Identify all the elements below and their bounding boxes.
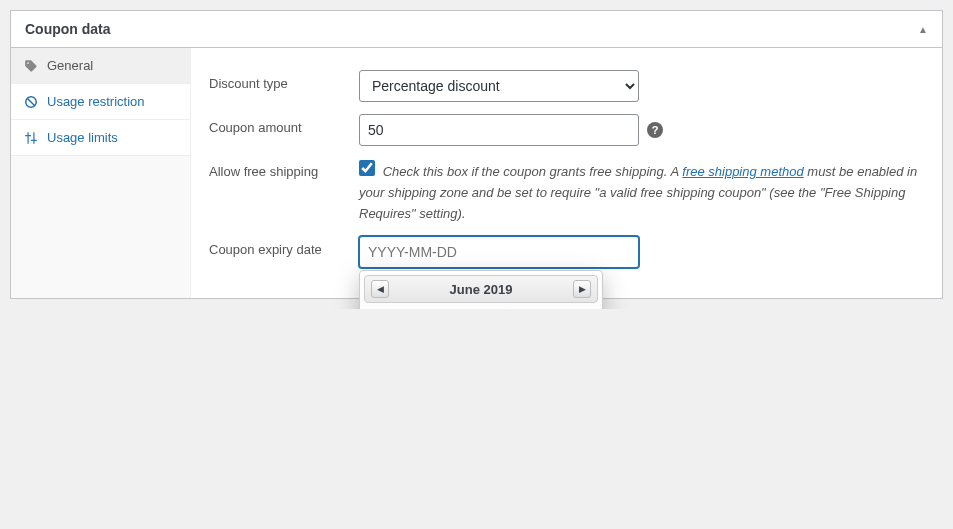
prev-month-button[interactable]: ◀ bbox=[371, 280, 389, 298]
tabs-sidebar: General Usage restriction Usage limits bbox=[11, 48, 191, 298]
tab-label: Usage restriction bbox=[47, 94, 145, 109]
free-shipping-description: Check this box if the coupon grants free… bbox=[359, 158, 919, 224]
block-icon bbox=[23, 95, 39, 109]
datepicker-popup: ◀ June 2019 ▶ MTWTFSS 123456789101112131… bbox=[359, 270, 603, 309]
calendar-grid: MTWTFSS 12345678910111213141516171819202… bbox=[364, 307, 598, 309]
desc-text-prefix: Check this box if the coupon grants free… bbox=[383, 164, 683, 179]
discount-type-select[interactable]: Percentage discount bbox=[359, 70, 639, 102]
panel-body: General Usage restriction Usage limits D… bbox=[11, 48, 942, 298]
row-free-shipping: Allow free shipping Check this box if th… bbox=[209, 158, 924, 224]
panel-title: Coupon data bbox=[25, 21, 111, 37]
label-coupon-amount: Coupon amount bbox=[209, 114, 359, 135]
collapse-toggle-icon[interactable]: ▲ bbox=[918, 24, 928, 35]
form-area: Discount type Percentage discount Coupon… bbox=[191, 48, 942, 298]
svg-line-1 bbox=[27, 98, 35, 106]
next-month-button[interactable]: ▶ bbox=[573, 280, 591, 298]
label-free-shipping: Allow free shipping bbox=[209, 158, 359, 179]
datepicker-header: ◀ June 2019 ▶ bbox=[364, 275, 598, 303]
expiry-date-input[interactable] bbox=[359, 236, 639, 268]
tab-general[interactable]: General bbox=[11, 48, 190, 84]
adjust-icon bbox=[23, 131, 39, 145]
tag-icon bbox=[23, 59, 39, 73]
tab-label: General bbox=[47, 58, 93, 73]
help-icon[interactable]: ? bbox=[647, 122, 663, 138]
label-expiry-date: Coupon expiry date bbox=[209, 236, 359, 257]
tab-usage-restriction[interactable]: Usage restriction bbox=[11, 84, 190, 120]
tab-label: Usage limits bbox=[47, 130, 118, 145]
row-expiry-date: Coupon expiry date ◀ June 2019 ▶ MTWTFSS… bbox=[209, 236, 924, 268]
coupon-data-panel: Coupon data ▲ General Usage restriction bbox=[10, 10, 943, 299]
datepicker-title: June 2019 bbox=[450, 282, 513, 297]
tab-usage-limits[interactable]: Usage limits bbox=[11, 120, 190, 156]
row-discount-type: Discount type Percentage discount bbox=[209, 70, 924, 102]
label-discount-type: Discount type bbox=[209, 70, 359, 91]
coupon-amount-input[interactable] bbox=[359, 114, 639, 146]
free-shipping-checkbox[interactable] bbox=[359, 160, 375, 176]
row-coupon-amount: Coupon amount ? bbox=[209, 114, 924, 146]
panel-header: Coupon data ▲ bbox=[11, 11, 942, 48]
free-shipping-method-link[interactable]: free shipping method bbox=[682, 164, 803, 179]
